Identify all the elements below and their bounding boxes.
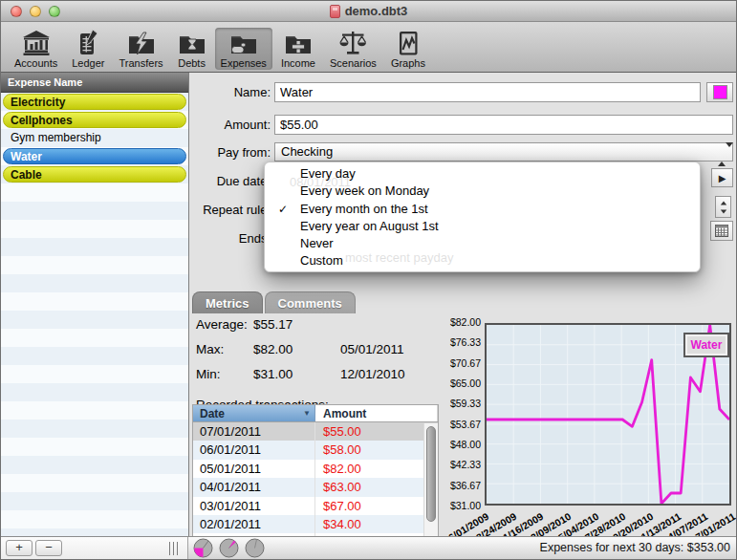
- y-tick-label: $59.33: [450, 398, 481, 409]
- stepper-up-icon: [720, 201, 726, 205]
- menu-item-every-week-on-monday[interactable]: Every week on Monday: [265, 183, 700, 200]
- sidebar-item-water[interactable]: Water: [1, 147, 188, 165]
- expense-detail-pane: Name: Amount: Pay from: Checking Due dat…: [190, 73, 737, 538]
- transaction-row[interactable]: 06/01/2011$58.00: [193, 441, 438, 459]
- toolbar-label: Income: [281, 57, 315, 69]
- menu-item-never[interactable]: Never: [265, 235, 700, 252]
- menu-item-every-month-on-the-1st[interactable]: ✓Every month on the 1st: [265, 201, 700, 218]
- name-field[interactable]: [274, 82, 701, 102]
- y-tick-label: $48.00: [450, 439, 481, 450]
- sidebar-item-label: Cellphones: [3, 112, 186, 128]
- toolbar-button-transfers[interactable]: Transfers: [114, 28, 169, 70]
- minimize-button[interactable]: [30, 6, 41, 17]
- pie-chart-icon-2: [219, 538, 239, 558]
- ends-label: Ends:: [192, 231, 271, 246]
- pie-chart-icon-3: [245, 538, 265, 558]
- graphs-icon: [394, 30, 423, 56]
- transactions-header: Date ▼ Amount: [193, 405, 438, 422]
- max-label: Max:: [196, 342, 224, 356]
- payfrom-combobox[interactable]: Checking: [274, 142, 733, 162]
- sidebar-item-cellphones[interactable]: Cellphones: [1, 111, 188, 129]
- checkmark-icon: ✓: [278, 201, 288, 218]
- transaction-row[interactable]: 07/01/2011$55.00: [193, 422, 438, 441]
- transaction-date: 05/01/2011: [193, 460, 315, 478]
- transaction-row[interactable]: 05/01/2011$82.00: [193, 460, 438, 478]
- sidebar-item-cable[interactable]: Cable: [1, 165, 188, 183]
- transaction-row[interactable]: 04/01/2011$63.00: [193, 478, 438, 496]
- chart-x-axis-labels: 06/01/200908/24/200911/16/200902/09/2010…: [190, 508, 737, 538]
- min-value: $31.00: [253, 367, 293, 381]
- toolbar-button-ledger[interactable]: Ledger: [66, 28, 110, 70]
- tab-metrics[interactable]: Metrics: [192, 291, 263, 313]
- payfrom-label: Pay from:: [192, 145, 271, 160]
- toolbar-button-accounts[interactable]: Accounts: [9, 28, 63, 70]
- transaction-date: 07/01/2011: [193, 422, 315, 441]
- menu-item-every-day[interactable]: Every day: [265, 165, 700, 183]
- status-bar: + − Expenses for next 30 days: $353.00: [1, 536, 737, 559]
- max-date: 05/01/2011: [340, 342, 404, 356]
- y-tick-label: $53.67: [450, 419, 481, 430]
- next-date-button[interactable]: ▶: [711, 168, 733, 187]
- toolbar-label: Scenarios: [330, 57, 377, 69]
- min-label: Min:: [196, 367, 221, 381]
- bank-icon: [22, 30, 51, 56]
- toolbar-button-expenses[interactable]: Expenses: [215, 28, 272, 70]
- close-button[interactable]: [11, 6, 22, 17]
- toolbar-label: Ledger: [72, 57, 104, 69]
- pie-indicators: [193, 538, 265, 558]
- toolbar-button-graphs[interactable]: Graphs: [385, 28, 431, 70]
- sidebar-item-gym-membership[interactable]: Gym membership: [1, 129, 188, 147]
- menu-item-every-year-on-august-1st[interactable]: Every year on August 1st: [265, 218, 700, 235]
- toolbar-label: Graphs: [391, 57, 425, 69]
- expenses-summary-text: Expenses for next 30 days: $353.00: [540, 537, 730, 558]
- amount-field[interactable]: [274, 115, 733, 135]
- add-expense-button[interactable]: +: [6, 540, 33, 556]
- remove-expense-button[interactable]: −: [35, 540, 62, 556]
- date-header-label: Date: [200, 407, 225, 420]
- average-value: $55.17: [253, 317, 293, 332]
- toolbar-button-debts[interactable]: Debts: [172, 28, 212, 70]
- combo-arrows-icon: [718, 146, 726, 159]
- date-column-header[interactable]: Date ▼: [193, 405, 315, 421]
- menu-item-custom[interactable]: Custom: [265, 252, 700, 269]
- average-label: Average:: [196, 317, 248, 332]
- menu-item-label: Custom: [300, 253, 343, 268]
- pie-chart-icon-1: [193, 538, 213, 558]
- tab-comments[interactable]: Comments: [265, 291, 356, 313]
- transaction-date: 04/01/2011: [193, 478, 315, 496]
- zoom-button[interactable]: [49, 6, 60, 17]
- sidebar-item-label: Cable: [3, 166, 186, 183]
- chart-y-axis-labels: $82.00$76.33$70.67$65.00$59.33$53.67$48.…: [418, 316, 481, 511]
- repeat-stepper[interactable]: [715, 196, 731, 218]
- title-bar[interactable]: demo.dbt3: [1, 1, 736, 22]
- debts-icon: [178, 30, 206, 56]
- y-tick-label: $42.33: [450, 459, 481, 470]
- play-arrow-icon: ▶: [719, 173, 726, 183]
- app-window: demo.dbt3 AccountsLedgerTransfersDebtsEx…: [0, 0, 737, 560]
- expenses-icon: [229, 30, 258, 56]
- ledger-icon: [74, 30, 102, 56]
- expense-sidebar: Expense Name ElectricityCellphonesGym me…: [1, 73, 189, 538]
- calendar-button[interactable]: [710, 221, 733, 241]
- expense-list[interactable]: ElectricityCellphonesGym membershipWater…: [1, 93, 188, 538]
- document-proxy-icon: [330, 5, 340, 18]
- toolbar: AccountsLedgerTransfersDebtsExpensesInco…: [1, 22, 736, 73]
- toolbar-label: Expenses: [221, 57, 267, 69]
- toolbar-label: Transfers: [119, 57, 163, 69]
- splitter-handle-icon[interactable]: [169, 542, 180, 555]
- metrics-tabbar: MetricsComments: [192, 291, 356, 313]
- toolbar-label: Debts: [178, 57, 206, 69]
- repeat-rule-menu: 08/01/2011 most recent payday Every dayE…: [264, 162, 701, 272]
- menu-item-label: Every week on Monday: [300, 183, 429, 198]
- chart-legend: Water: [683, 333, 729, 357]
- repeat-label: Repeat rule:: [192, 203, 271, 217]
- window-title: demo.dbt3: [330, 4, 408, 18]
- y-tick-label: $36.67: [450, 480, 481, 491]
- y-tick-label: $82.00: [450, 316, 481, 328]
- duedate-label: Due date:: [192, 174, 271, 188]
- menu-item-label: Every year on August 1st: [300, 219, 439, 233]
- toolbar-button-income[interactable]: Income: [275, 28, 321, 70]
- color-swatch-button[interactable]: [706, 82, 733, 102]
- sidebar-item-electricity[interactable]: Electricity: [1, 93, 188, 111]
- toolbar-button-scenarios[interactable]: Scenarios: [324, 28, 382, 70]
